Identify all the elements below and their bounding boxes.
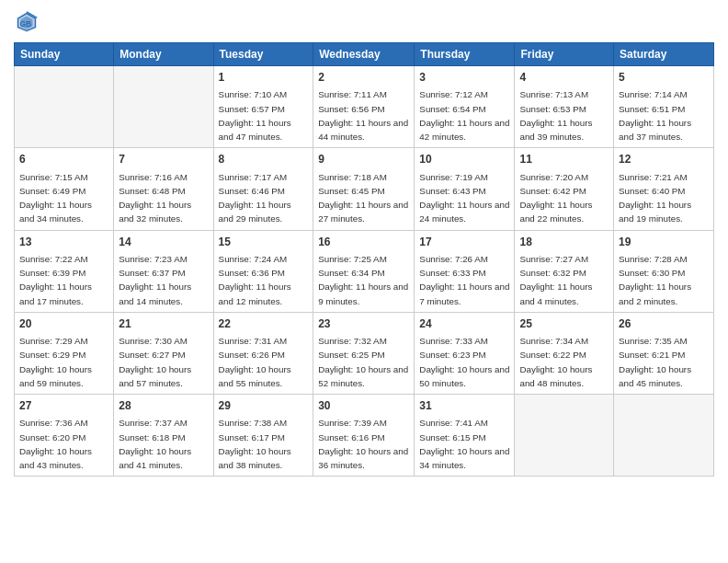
day-cell: 6Sunrise: 7:15 AM Sunset: 6:49 PM Daylig…	[15, 148, 114, 230]
day-detail: Sunrise: 7:34 AM Sunset: 6:22 PM Dayligh…	[519, 336, 592, 388]
calendar: SundayMondayTuesdayWednesdayThursdayFrid…	[14, 42, 714, 477]
day-number: 1	[219, 70, 309, 86]
day-detail: Sunrise: 7:19 AM Sunset: 6:43 PM Dayligh…	[419, 172, 509, 224]
calendar-header: SundayMondayTuesdayWednesdayThursdayFrid…	[15, 43, 714, 66]
day-number: 13	[19, 235, 108, 250]
col-header-monday: Monday	[114, 43, 213, 66]
day-detail: Sunrise: 7:39 AM Sunset: 6:16 PM Dayligh…	[318, 418, 408, 470]
day-number: 11	[519, 152, 609, 167]
day-cell: 5Sunrise: 7:14 AM Sunset: 6:51 PM Daylig…	[614, 66, 714, 148]
day-cell: 14Sunrise: 7:23 AM Sunset: 6:37 PM Dayli…	[114, 230, 213, 312]
day-cell: 1Sunrise: 7:10 AM Sunset: 6:57 PM Daylig…	[213, 66, 313, 148]
day-number: 28	[119, 398, 208, 414]
day-detail: Sunrise: 7:21 AM Sunset: 6:40 PM Dayligh…	[619, 172, 691, 224]
day-cell: 8Sunrise: 7:17 AM Sunset: 6:46 PM Daylig…	[213, 148, 313, 230]
col-header-saturday: Saturday	[614, 43, 714, 66]
day-detail: Sunrise: 7:36 AM Sunset: 6:20 PM Dayligh…	[19, 418, 92, 470]
day-detail: Sunrise: 7:10 AM Sunset: 6:57 PM Dayligh…	[219, 89, 291, 142]
day-detail: Sunrise: 7:22 AM Sunset: 6:39 PM Dayligh…	[19, 254, 92, 306]
day-detail: Sunrise: 7:11 AM Sunset: 6:56 PM Dayligh…	[318, 89, 408, 142]
day-cell: 20Sunrise: 7:29 AM Sunset: 6:29 PM Dayli…	[15, 312, 114, 394]
day-number: 23	[318, 316, 409, 332]
week-row-4: 20Sunrise: 7:29 AM Sunset: 6:29 PM Dayli…	[15, 312, 714, 394]
week-row-3: 13Sunrise: 7:22 AM Sunset: 6:39 PM Dayli…	[15, 230, 714, 312]
day-cell: 11Sunrise: 7:20 AM Sunset: 6:42 PM Dayli…	[515, 148, 614, 230]
day-number: 10	[419, 152, 509, 167]
day-cell: 9Sunrise: 7:18 AM Sunset: 6:45 PM Daylig…	[313, 148, 415, 230]
day-cell	[614, 395, 714, 477]
day-cell: 18Sunrise: 7:27 AM Sunset: 6:32 PM Dayli…	[515, 230, 614, 312]
calendar-body: 1Sunrise: 7:10 AM Sunset: 6:57 PM Daylig…	[15, 66, 714, 477]
day-cell: 19Sunrise: 7:28 AM Sunset: 6:30 PM Dayli…	[614, 230, 714, 312]
day-cell: 27Sunrise: 7:36 AM Sunset: 6:20 PM Dayli…	[15, 395, 114, 477]
day-detail: Sunrise: 7:26 AM Sunset: 6:33 PM Dayligh…	[419, 254, 509, 306]
day-detail: Sunrise: 7:15 AM Sunset: 6:49 PM Dayligh…	[19, 172, 92, 224]
day-cell: 30Sunrise: 7:39 AM Sunset: 6:16 PM Dayli…	[313, 395, 415, 477]
col-header-friday: Friday	[515, 43, 614, 66]
day-cell: 12Sunrise: 7:21 AM Sunset: 6:40 PM Dayli…	[614, 148, 714, 230]
day-number: 9	[318, 152, 409, 167]
day-detail: Sunrise: 7:24 AM Sunset: 6:36 PM Dayligh…	[219, 254, 291, 306]
day-detail: Sunrise: 7:38 AM Sunset: 6:17 PM Dayligh…	[219, 418, 291, 470]
day-detail: Sunrise: 7:20 AM Sunset: 6:42 PM Dayligh…	[519, 172, 592, 224]
col-header-sunday: Sunday	[15, 43, 114, 66]
day-detail: Sunrise: 7:14 AM Sunset: 6:51 PM Dayligh…	[619, 89, 691, 142]
day-number: 15	[219, 235, 309, 250]
day-number: 16	[318, 235, 409, 250]
day-cell: 3Sunrise: 7:12 AM Sunset: 6:54 PM Daylig…	[415, 66, 515, 148]
day-number: 5	[619, 70, 709, 86]
logo: GB	[14, 9, 43, 35]
day-number: 2	[318, 70, 409, 86]
day-cell	[515, 395, 614, 477]
day-detail: Sunrise: 7:30 AM Sunset: 6:27 PM Dayligh…	[119, 336, 191, 388]
day-number: 24	[419, 316, 509, 332]
day-cell: 21Sunrise: 7:30 AM Sunset: 6:27 PM Dayli…	[114, 312, 213, 394]
day-number: 3	[419, 70, 509, 86]
day-cell: 29Sunrise: 7:38 AM Sunset: 6:17 PM Dayli…	[213, 395, 313, 477]
day-number: 25	[519, 316, 609, 332]
day-cell: 26Sunrise: 7:35 AM Sunset: 6:21 PM Dayli…	[614, 312, 714, 394]
day-cell	[15, 66, 114, 148]
day-number: 31	[419, 398, 509, 414]
day-cell: 31Sunrise: 7:41 AM Sunset: 6:15 PM Dayli…	[415, 395, 515, 477]
day-number: 19	[619, 235, 709, 250]
day-detail: Sunrise: 7:32 AM Sunset: 6:25 PM Dayligh…	[318, 336, 408, 388]
day-cell: 23Sunrise: 7:32 AM Sunset: 6:25 PM Dayli…	[313, 312, 415, 394]
day-number: 17	[419, 235, 509, 250]
day-number: 27	[19, 398, 108, 414]
day-detail: Sunrise: 7:37 AM Sunset: 6:18 PM Dayligh…	[119, 418, 191, 470]
day-detail: Sunrise: 7:33 AM Sunset: 6:23 PM Dayligh…	[419, 336, 509, 388]
day-number: 12	[619, 152, 709, 167]
day-detail: Sunrise: 7:17 AM Sunset: 6:46 PM Dayligh…	[219, 172, 291, 224]
day-detail: Sunrise: 7:31 AM Sunset: 6:26 PM Dayligh…	[219, 336, 291, 388]
day-detail: Sunrise: 7:18 AM Sunset: 6:45 PM Dayligh…	[318, 172, 408, 224]
day-number: 7	[119, 152, 208, 167]
logo-icon: GB	[14, 9, 40, 35]
day-cell: 7Sunrise: 7:16 AM Sunset: 6:48 PM Daylig…	[114, 148, 213, 230]
week-row-5: 27Sunrise: 7:36 AM Sunset: 6:20 PM Dayli…	[15, 395, 714, 477]
day-number: 4	[519, 70, 609, 86]
day-cell: 2Sunrise: 7:11 AM Sunset: 6:56 PM Daylig…	[313, 66, 415, 148]
day-number: 30	[318, 398, 409, 414]
day-cell: 10Sunrise: 7:19 AM Sunset: 6:43 PM Dayli…	[415, 148, 515, 230]
day-cell: 4Sunrise: 7:13 AM Sunset: 6:53 PM Daylig…	[515, 66, 614, 148]
day-number: 22	[219, 316, 309, 332]
week-row-2: 6Sunrise: 7:15 AM Sunset: 6:49 PM Daylig…	[15, 148, 714, 230]
day-cell: 24Sunrise: 7:33 AM Sunset: 6:23 PM Dayli…	[415, 312, 515, 394]
page: GB SundayMondayTuesdayWednesdayThursdayF…	[0, 0, 728, 486]
day-detail: Sunrise: 7:41 AM Sunset: 6:15 PM Dayligh…	[419, 418, 509, 470]
day-detail: Sunrise: 7:28 AM Sunset: 6:30 PM Dayligh…	[619, 254, 691, 306]
day-cell: 25Sunrise: 7:34 AM Sunset: 6:22 PM Dayli…	[515, 312, 614, 394]
day-number: 29	[219, 398, 309, 414]
day-cell: 13Sunrise: 7:22 AM Sunset: 6:39 PM Dayli…	[15, 230, 114, 312]
col-header-thursday: Thursday	[415, 43, 515, 66]
day-detail: Sunrise: 7:27 AM Sunset: 6:32 PM Dayligh…	[519, 254, 592, 306]
col-header-tuesday: Tuesday	[213, 43, 313, 66]
day-cell: 28Sunrise: 7:37 AM Sunset: 6:18 PM Dayli…	[114, 395, 213, 477]
header-row: SundayMondayTuesdayWednesdayThursdayFrid…	[15, 43, 714, 66]
day-cell	[114, 66, 213, 148]
day-detail: Sunrise: 7:12 AM Sunset: 6:54 PM Dayligh…	[419, 89, 509, 142]
day-detail: Sunrise: 7:13 AM Sunset: 6:53 PM Dayligh…	[519, 89, 592, 142]
day-number: 18	[519, 235, 609, 250]
svg-text:GB: GB	[20, 19, 32, 29]
